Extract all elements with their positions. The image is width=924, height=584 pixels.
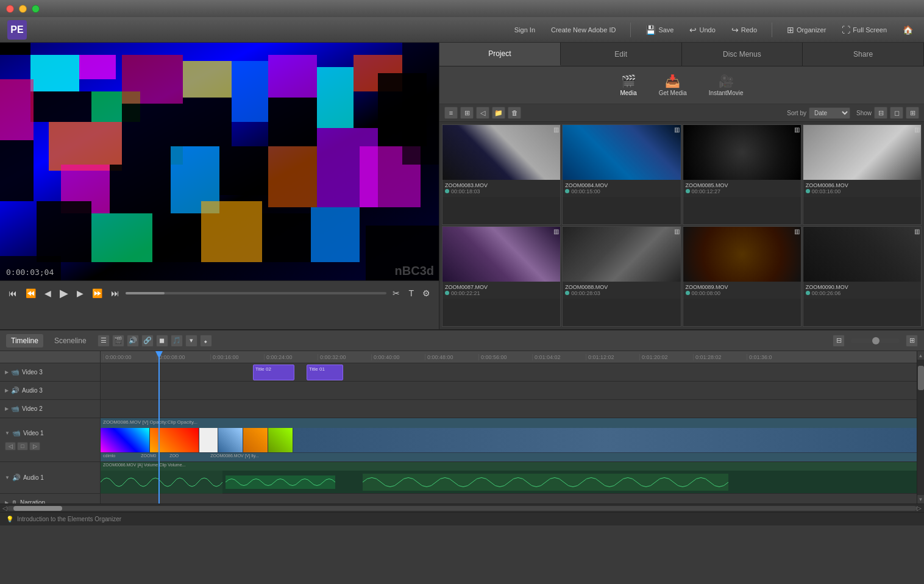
- list-view-button[interactable]: ≡: [444, 107, 458, 119]
- undo-button[interactable]: ↩ Undo: [686, 23, 719, 37]
- view-mode-button-2[interactable]: ◻: [890, 107, 903, 119]
- folder-back-button[interactable]: ◁: [476, 107, 489, 119]
- scroll-body[interactable]: [917, 360, 924, 495]
- expand-audio3[interactable]: ▶: [5, 388, 9, 393]
- svg-rect-27: [262, 213, 311, 262]
- timeline-snap-btn[interactable]: ◼: [156, 335, 168, 347]
- media-item-6[interactable]: ▥ZOOM0088.MOV00:00:28:03: [562, 226, 681, 327]
- timeline-extra-btn[interactable]: ⬥: [200, 335, 212, 347]
- timeline-tracks[interactable]: 0:00:00:00 0:00:08:00 0:00:16:00 0:00:24…: [101, 351, 917, 504]
- media-sub-btn-media[interactable]: 🎬 Media: [615, 71, 641, 99]
- timeline-zoom-out-btn[interactable]: ⊟: [833, 335, 845, 347]
- tab-disc-menus[interactable]: Disc Menus: [682, 43, 803, 66]
- media-sub-btn-get-media[interactable]: 📥 Get Media: [654, 71, 692, 99]
- svg-rect-7: [183, 61, 232, 98]
- scroll-left-arrow[interactable]: ◁: [2, 505, 7, 511]
- organizer-button[interactable]: ⊞ Organizer: [783, 23, 830, 37]
- expand-video3[interactable]: ▶: [5, 369, 9, 375]
- media-sub-btn-instant-movie[interactable]: 🎥 InstantMovie: [704, 71, 748, 99]
- redo-button[interactable]: ↪ Redo: [728, 23, 761, 37]
- tab-project[interactable]: Project: [439, 43, 561, 66]
- scrollbar-thumb[interactable]: [13, 506, 62, 511]
- sign-in-button[interactable]: Sign In: [511, 24, 539, 35]
- view-mode-button-3[interactable]: ⊞: [906, 107, 919, 119]
- full-screen-button[interactable]: ⛶ Full Screen: [838, 23, 890, 37]
- main-toolbar: PE Sign In Create New Adobe ID 💾 Save ↩ …: [0, 17, 924, 43]
- thumb-v5: [243, 428, 268, 452]
- media-item-3[interactable]: ▥ZOOM0085.MOV00:00:12:27: [683, 124, 801, 225]
- full-screen-label: Full Screen: [853, 26, 887, 34]
- folder-button[interactable]: 📁: [492, 107, 505, 119]
- minimize-button[interactable]: [19, 5, 27, 13]
- media-item-4[interactable]: ▥ZOOM0086.MOV00:03:16:00: [803, 124, 922, 225]
- media-item-8[interactable]: ▥ZOOM0090.MOV00:00:26:06: [803, 226, 922, 327]
- play-button[interactable]: ▶: [57, 285, 71, 301]
- frame-back-button[interactable]: ◀: [42, 287, 54, 299]
- media-name-3: ZOOM0085.MOV: [686, 182, 798, 188]
- timeline-clip-btn[interactable]: 🔗: [141, 335, 154, 347]
- media-item-5[interactable]: ▥ZOOM0087.MOV00:00:22:21: [442, 226, 561, 327]
- grid-view-button[interactable]: ⊞: [460, 107, 474, 119]
- frame-forward-button[interactable]: ▶: [74, 287, 86, 299]
- timeline-video-btn[interactable]: 🎬: [112, 335, 124, 347]
- tab-share[interactable]: Share: [803, 43, 924, 66]
- svg-rect-32: [402, 43, 439, 165]
- timeline-mute-btn[interactable]: 🎵: [171, 335, 183, 347]
- zoom-slider[interactable]: [851, 338, 900, 343]
- text-button[interactable]: T: [406, 287, 416, 299]
- ruler-mark-10: 0:01:20:02: [639, 354, 693, 360]
- cut-button[interactable]: ✂: [390, 287, 402, 299]
- media-duration-7: 00:00:08:00: [686, 290, 798, 296]
- timeline-narration-btn[interactable]: ▾: [185, 335, 197, 347]
- settings-button[interactable]: ⚙: [420, 287, 433, 299]
- scroll-up-arrow[interactable]: ▲: [917, 351, 924, 360]
- playhead[interactable]: [158, 351, 160, 504]
- save-button[interactable]: 💾 Save: [642, 23, 677, 37]
- preview-progress-bar[interactable]: [126, 292, 386, 294]
- timeline-tab-timeline[interactable]: Timeline: [6, 334, 43, 347]
- delete-button[interactable]: 🗑: [508, 107, 521, 119]
- media-info-1: ZOOM0083.MOV00:00:18:03: [442, 180, 560, 197]
- narration-label: Narration: [20, 499, 45, 504]
- go-to-start-button[interactable]: ⏮: [6, 287, 20, 299]
- save-label: Save: [658, 26, 673, 34]
- step-forward-button[interactable]: ⏩: [90, 287, 105, 299]
- timeline-tab-sceneline[interactable]: Sceneline: [49, 334, 91, 347]
- expand-audio1[interactable]: ▼: [5, 475, 10, 480]
- timeline-zoom-in-btn[interactable]: ⊞: [906, 335, 918, 347]
- media-info-2: ZOOM0084.MOV00:00:15:00: [563, 180, 680, 197]
- clip-title02[interactable]: Title 02: [253, 365, 294, 380]
- scrollbar-track[interactable]: [7, 506, 917, 511]
- scroll-down-arrow[interactable]: ▼: [917, 495, 924, 504]
- media-thumbnail-3: ▥: [683, 125, 801, 180]
- sort-select[interactable]: Date Name Duration: [809, 107, 850, 119]
- audio3-label: Audio 3: [22, 387, 43, 394]
- step-back-button[interactable]: ⏪: [23, 287, 38, 299]
- video1-btn-stop[interactable]: □: [17, 442, 28, 450]
- media-item-2[interactable]: ▥ZOOM0084.MOV00:00:15:00: [562, 124, 681, 225]
- video1-btn-prev[interactable]: ◁: [5, 442, 16, 450]
- create-adobe-id-button[interactable]: Create New Adobe ID: [547, 24, 619, 35]
- track-label-video2: ▶ 📹 Video 2: [0, 400, 100, 418]
- divider: [630, 23, 631, 37]
- scroll-right-arrow[interactable]: ▷: [917, 505, 922, 511]
- video1-btn-next[interactable]: ▷: [29, 442, 40, 450]
- media-item-1[interactable]: ▥ZOOM0083.MOV00:00:18:03: [442, 124, 561, 225]
- timeline-audio-btn[interactable]: 🔊: [127, 335, 139, 347]
- tab-edit[interactable]: Edit: [561, 43, 682, 66]
- expand-video2[interactable]: ▶: [5, 406, 9, 411]
- right-scrollbar[interactable]: ▲ ▼: [917, 351, 924, 504]
- ruler-mark-12: 0:01:36:0: [747, 354, 800, 360]
- timeline-scrollbar[interactable]: ◁ ▷: [0, 504, 924, 512]
- clip-title01[interactable]: Title 01: [307, 365, 343, 380]
- media-item-7[interactable]: ▥ZOOM0089.MOV00:00:08:00: [683, 226, 801, 327]
- expand-video1[interactable]: ▼: [5, 430, 10, 436]
- maximize-button[interactable]: [32, 5, 40, 13]
- view-mode-button-1[interactable]: ⊟: [874, 107, 887, 119]
- close-button[interactable]: [6, 5, 14, 13]
- timeline-settings-btn[interactable]: ☰: [98, 335, 110, 347]
- go-to-end-button[interactable]: ⏭: [108, 287, 122, 299]
- media-name-5: ZOOM0087.MOV: [445, 284, 558, 290]
- home-button[interactable]: 🏠: [899, 23, 917, 37]
- scroll-thumb-v[interactable]: [918, 366, 924, 390]
